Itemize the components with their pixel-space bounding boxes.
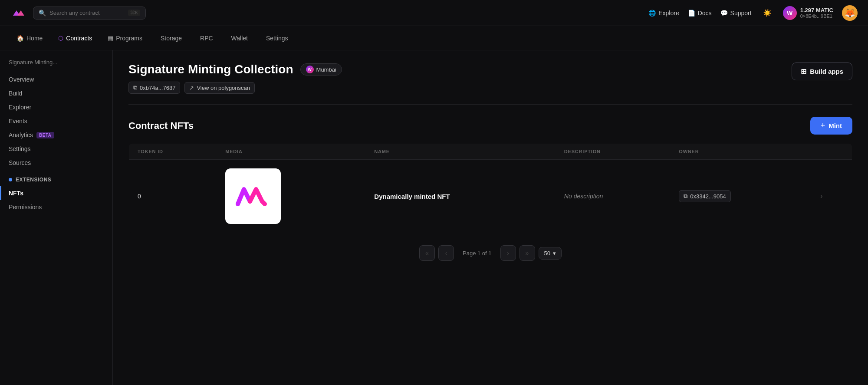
nft-media-thumbnail bbox=[225, 168, 281, 224]
search-input[interactable] bbox=[49, 10, 119, 16]
prev-page-button[interactable]: ‹ bbox=[438, 245, 454, 261]
support-link[interactable]: 💬 Support bbox=[720, 10, 752, 16]
page-info: Page 1 of 1 bbox=[457, 250, 497, 257]
contract-address-chip[interactable]: ⧉ 0xb74a...7687 bbox=[128, 82, 180, 94]
col-media: MEDIA bbox=[217, 144, 365, 160]
external-link-icon: ↗ bbox=[189, 85, 194, 91]
col-description: DESCRIPTION bbox=[556, 144, 670, 160]
app-logo[interactable] bbox=[10, 5, 26, 21]
contract-header: Signature Minting Collection W Mumbai ⧉ … bbox=[128, 63, 852, 94]
polygonscan-link[interactable]: ↗ View on polygonscan bbox=[184, 82, 255, 94]
build-apps-icon: ⊞ bbox=[801, 67, 806, 76]
sidebar-item-permissions[interactable]: Permissions bbox=[0, 200, 112, 214]
top-nav-actions: 🌐 Explore 📄 Docs 💬 Support ☀️ W 1.297 MA… bbox=[648, 5, 858, 21]
page-size-select[interactable]: 50 ▾ bbox=[539, 247, 562, 260]
contracts-icon: ⬡ bbox=[58, 35, 63, 42]
sidebar-item-settings[interactable]: Settings bbox=[0, 142, 112, 156]
sidebar: Signature Minting... Overview Build Expl… bbox=[0, 50, 113, 385]
docs-link[interactable]: 📄 Docs bbox=[688, 10, 712, 16]
wallet-info: 1.297 MATIC 0×8E4b...9BE1 bbox=[800, 7, 833, 19]
cell-name: Dynamically minted NFT bbox=[365, 160, 556, 233]
contract-title-row: Signature Minting Collection W Mumbai bbox=[128, 63, 342, 76]
nav-item-contracts[interactable]: ⬡ Contracts bbox=[52, 32, 98, 44]
table-row[interactable]: 0 Dyn bbox=[129, 160, 852, 233]
beta-badge: BETA bbox=[36, 132, 54, 138]
col-owner: OWNER bbox=[670, 144, 812, 160]
docs-icon: 📄 bbox=[688, 10, 695, 16]
main-content: Signature Minting Collection W Mumbai ⧉ … bbox=[113, 50, 868, 385]
extensions-dot bbox=[9, 178, 12, 181]
owner-copy-icon: ⧉ bbox=[684, 193, 687, 200]
main-layout: Signature Minting... Overview Build Expl… bbox=[0, 50, 868, 385]
search-bar[interactable]: 🔍 ⌘K bbox=[33, 7, 146, 20]
build-apps-button[interactable]: ⊞ Build apps bbox=[792, 63, 852, 80]
nav-item-rpc[interactable]: RPC bbox=[191, 32, 219, 44]
explore-icon: 🌐 bbox=[648, 10, 656, 16]
contract-title: Signature Minting Collection bbox=[128, 63, 293, 76]
sidebar-contract-name: Signature Minting... bbox=[0, 59, 112, 72]
nft-table: TOKEN ID MEDIA NAME DESCRIPTION OWNER 0 bbox=[128, 143, 852, 233]
cell-description: No description bbox=[556, 160, 670, 233]
col-name: NAME bbox=[365, 144, 556, 160]
nav-item-wallet[interactable]: Wallet bbox=[223, 32, 254, 44]
owner-address-chip[interactable]: ⧉ 0x3342...9054 bbox=[679, 190, 730, 202]
search-icon: 🔍 bbox=[39, 10, 46, 16]
sidebar-item-sources[interactable]: Sources bbox=[0, 156, 112, 170]
cell-token-id: 0 bbox=[129, 160, 217, 233]
sidebar-item-explorer[interactable]: Explorer bbox=[0, 100, 112, 114]
col-actions bbox=[812, 144, 852, 160]
next-page-button[interactable]: › bbox=[500, 245, 516, 261]
network-badge[interactable]: W Mumbai bbox=[300, 63, 342, 76]
nav-item-storage[interactable]: Storage bbox=[152, 32, 188, 44]
col-token-id: TOKEN ID bbox=[129, 144, 217, 160]
support-icon: 💬 bbox=[720, 10, 728, 16]
copy-icon: ⧉ bbox=[133, 84, 137, 91]
nfts-section-title: Contract NFTs bbox=[128, 120, 194, 132]
sidebar-item-nfts[interactable]: NFTs bbox=[0, 186, 112, 200]
nav-item-programs[interactable]: ▦ Programs bbox=[102, 32, 148, 44]
sidebar-item-analytics[interactable]: Analytics BETA bbox=[0, 128, 112, 142]
home-icon: 🏠 bbox=[16, 35, 24, 42]
nav-item-home[interactable]: 🏠 Home bbox=[10, 32, 49, 44]
first-page-button[interactable]: « bbox=[419, 245, 435, 261]
section-divider bbox=[128, 104, 852, 105]
cell-arrow: › bbox=[812, 160, 852, 233]
top-navigation: 🔍 ⌘K 🌐 Explore 📄 Docs 💬 Support ☀️ W 1.2… bbox=[0, 0, 868, 26]
user-avatar[interactable]: 🦊 bbox=[842, 5, 858, 21]
table-header-row: TOKEN ID MEDIA NAME DESCRIPTION OWNER bbox=[129, 144, 852, 160]
table-body: 0 Dyn bbox=[129, 160, 852, 233]
wallet-brand[interactable]: W 1.297 MATIC 0×8E4b...9BE1 bbox=[783, 6, 833, 20]
contract-address-row: ⧉ 0xb74a...7687 ↗ View on polygonscan bbox=[128, 82, 342, 94]
sidebar-item-build[interactable]: Build bbox=[0, 86, 112, 100]
programs-icon: ▦ bbox=[108, 35, 113, 42]
secondary-navigation: 🏠 Home ⬡ Contracts ▦ Programs Storage RP… bbox=[0, 26, 868, 50]
row-detail-arrow[interactable]: › bbox=[820, 192, 822, 200]
nav-item-settings[interactable]: Settings bbox=[257, 32, 294, 44]
last-page-button[interactable]: » bbox=[519, 245, 535, 261]
search-shortcut: ⌘K bbox=[128, 10, 140, 16]
brand-icon: W bbox=[783, 6, 797, 20]
sidebar-item-events[interactable]: Events bbox=[0, 114, 112, 128]
cell-media bbox=[217, 160, 365, 233]
extensions-section-label: Extensions bbox=[0, 170, 112, 186]
network-badge-icon: W bbox=[306, 66, 314, 73]
sidebar-item-overview[interactable]: Overview bbox=[0, 72, 112, 86]
table-header: TOKEN ID MEDIA NAME DESCRIPTION OWNER bbox=[129, 144, 852, 160]
theme-toggle[interactable]: ☀️ bbox=[760, 6, 774, 20]
cell-owner: ⧉ 0x3342...9054 bbox=[670, 160, 812, 233]
nft-media-svg bbox=[236, 183, 270, 209]
pagination: « ‹ Page 1 of 1 › » 50 ▾ bbox=[128, 245, 852, 261]
explore-link[interactable]: 🌐 Explore bbox=[648, 10, 679, 16]
plus-icon: + bbox=[821, 121, 825, 130]
nfts-section-header: Contract NFTs + Mint bbox=[128, 117, 852, 135]
mint-button[interactable]: + Mint bbox=[810, 117, 852, 135]
contract-title-area: Signature Minting Collection W Mumbai ⧉ … bbox=[128, 63, 342, 94]
chevron-down-icon: ▾ bbox=[553, 250, 556, 257]
